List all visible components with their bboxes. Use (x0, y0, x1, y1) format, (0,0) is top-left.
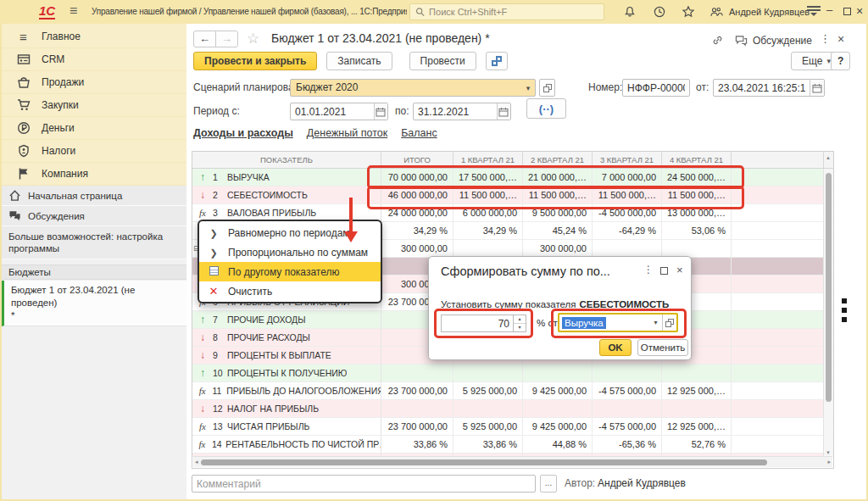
dialog-more-icon[interactable]: ⋮ (643, 264, 654, 276)
sidebar-item-zakupki[interactable]: Закупки (2, 94, 186, 117)
main-menu-icon[interactable]: ≡ (70, 3, 77, 19)
horizontal-scrollbar[interactable]: ◂ ▸ (193, 456, 832, 467)
value-cell[interactable]: 23 700 000,00 (381, 418, 453, 435)
ok-button[interactable]: OK (599, 339, 632, 356)
save-button[interactable]: Записать (326, 52, 392, 70)
sidebar-more-settings-link[interactable]: Больше возможностей: настройка программы (2, 226, 186, 259)
calendar-icon[interactable] (374, 103, 387, 120)
scenario-open-button[interactable] (539, 79, 555, 97)
value-cell[interactable] (593, 240, 662, 257)
favorites-star-icon[interactable] (682, 5, 695, 19)
value-cell[interactable]: -65,36 % (593, 436, 662, 453)
table-row[interactable]: ↑10ПРОЦЕНТЫ К ПОЛУЧЕНИЮ (192, 365, 833, 382)
discussion-icon[interactable] (734, 34, 748, 47)
value-cell[interactable] (381, 365, 453, 381)
scroll-down-icon[interactable]: ▼ (826, 450, 831, 455)
calendar-icon[interactable] (810, 80, 824, 96)
nav-forward-button[interactable]: → (215, 31, 238, 47)
row-label-cell[interactable]: fx3ВАЛОВАЯ ПРИБЫЛЬ (192, 204, 381, 221)
period-from-field[interactable] (290, 103, 388, 120)
value-cell[interactable]: 34,29 % (381, 222, 453, 239)
tab-cash-flow[interactable]: Денежный поток (307, 127, 387, 139)
dialog-maximize-icon[interactable] (660, 267, 668, 275)
value-cell[interactable]: 44,88 % (523, 436, 593, 453)
panel-splitter-handle[interactable] (842, 298, 847, 326)
value-cell[interactable] (662, 240, 732, 257)
sidebar-item-glavnoe[interactable]: ≡Главное (2, 25, 186, 48)
table-row[interactable]: fx11ПРИБЫЛЬ ДО НАЛОГООБЛОЖЕНИЯ23 700 000… (192, 382, 833, 400)
search-input[interactable] (429, 7, 598, 17)
row-label-cell[interactable]: ↑7ПРОЧИЕ ДОХОДЫ (192, 311, 381, 328)
sidebar-item-kompania[interactable]: Компания (2, 163, 186, 186)
table-row[interactable]: ↓12НАЛОГ НА ПРИБЫЛЬ (192, 400, 833, 418)
post-and-close-button[interactable]: Провести и закрыть (193, 52, 317, 70)
period-to-input[interactable] (414, 103, 497, 120)
value-cell[interactable]: -64,29 % (593, 222, 662, 239)
document-close-icon[interactable]: × (837, 32, 844, 46)
row-label-cell[interactable]: ↓9ПРОЦЕНТЫ К ВЫПЛАТЕ (192, 347, 381, 364)
value-cell[interactable] (662, 365, 732, 381)
tab-income-expenses[interactable]: Доходы и расходы (193, 127, 293, 139)
value-cell[interactable]: 300 000,00 (381, 240, 453, 257)
value-cell[interactable]: 34,29 % (453, 222, 523, 239)
help-button[interactable]: ? (831, 52, 850, 70)
hscroll-thumb[interactable] (201, 459, 767, 465)
number-field[interactable] (622, 79, 690, 97)
value-cell[interactable]: 5 925 000,00 (453, 418, 523, 435)
sidebar-section-budgets[interactable]: Бюджеты (2, 264, 186, 280)
cancel-button[interactable]: Отменить (637, 339, 688, 356)
value-cell[interactable]: 12 925 000,… (662, 418, 732, 435)
value-cell[interactable]: 300 000,00 (523, 240, 593, 257)
discussion-label[interactable]: Обсуждение (753, 35, 812, 47)
value-cell[interactable]: -4 575 000,00 (593, 382, 662, 399)
row-label-cell[interactable]: fx13ЧИСТАЯ ПРИБЫЛЬ (192, 418, 381, 435)
users-icon[interactable] (709, 5, 723, 19)
value-cell[interactable] (453, 400, 523, 417)
value-cell[interactable]: 33,86 % (381, 436, 453, 453)
current-user-name[interactable]: Андрей Кудрявцев (729, 7, 810, 17)
sidebar-item-prodazhi[interactable]: Продажи (2, 71, 186, 94)
date-input[interactable] (714, 80, 810, 96)
scroll-left-icon[interactable]: ◂ (195, 459, 198, 465)
value-cell[interactable]: 9 425 000,00 (523, 418, 593, 435)
comment-expand-button[interactable]: ... (540, 475, 557, 493)
calendar-icon[interactable] (497, 103, 510, 120)
value-cell[interactable] (453, 365, 523, 381)
row-label-cell[interactable]: ↑10ПРОЦЕНТЫ К ПОЛУЧЕНИЮ (192, 365, 381, 381)
value-cell[interactable]: 33,86 % (453, 436, 523, 453)
window-minimize-button[interactable]: – (826, 3, 832, 16)
global-search[interactable] (409, 3, 604, 20)
chevron-down-icon[interactable]: ▾ (521, 80, 535, 96)
value-cell[interactable]: 9 425 000,00 (523, 382, 593, 399)
value-cell[interactable] (593, 365, 662, 381)
window-maximize-button[interactable] (843, 8, 851, 15)
vscroll-thumb[interactable] (826, 173, 832, 402)
value-cell[interactable] (523, 365, 593, 381)
sidebar-item-crm[interactable]: CRM (2, 48, 186, 71)
nav-back-button[interactable]: ← (193, 31, 216, 47)
sidebar-item-discussions[interactable]: Обсуждения (2, 206, 186, 226)
service-menu-icon[interactable] (807, 6, 821, 18)
post-button[interactable]: Провести (409, 52, 476, 70)
create-based-on-button[interactable] (486, 52, 508, 70)
column-header[interactable]: ПОКАЗАТЕЛЬ (192, 152, 381, 168)
window-close-button[interactable]: × (856, 4, 863, 18)
value-cell[interactable] (381, 400, 453, 417)
value-cell[interactable]: 12 925 000,… (662, 382, 732, 399)
menu-item-by-other-indicator[interactable]: По другому показателю (199, 262, 381, 281)
row-label-cell[interactable]: ↓8ПРОЧИЕ РАСХОДЫ (192, 329, 381, 346)
vertical-scrollbar[interactable]: ▲ ▼ (823, 170, 832, 457)
period-to-field[interactable] (413, 103, 511, 120)
history-clock-icon[interactable] (653, 5, 666, 19)
row-label-cell[interactable]: ↑1ВЫРУЧКА (192, 169, 381, 186)
row-label-cell[interactable]: ↓12НАЛОГ НА ПРИБЫЛЬ (192, 400, 381, 417)
row-label-cell[interactable]: fx14РЕНТАБЕЛЬНОСТЬ ПО ЧИСТОЙ ПР… (192, 436, 381, 453)
more-actions-icon[interactable]: ⋮ (820, 32, 831, 45)
comment-field[interactable] (192, 475, 536, 493)
sidebar-item-home[interactable]: Начальная страница (2, 186, 186, 206)
scroll-right-icon[interactable]: ▸ (827, 459, 831, 465)
scroll-up-icon[interactable]: ▲ (826, 155, 831, 160)
value-cell[interactable]: 45,24 % (523, 222, 593, 239)
sidebar-item-dengi[interactable]: Деньги (2, 117, 186, 140)
row-label-cell[interactable]: ↓2СЕБЕСТОИМОСТЬ (192, 186, 381, 203)
